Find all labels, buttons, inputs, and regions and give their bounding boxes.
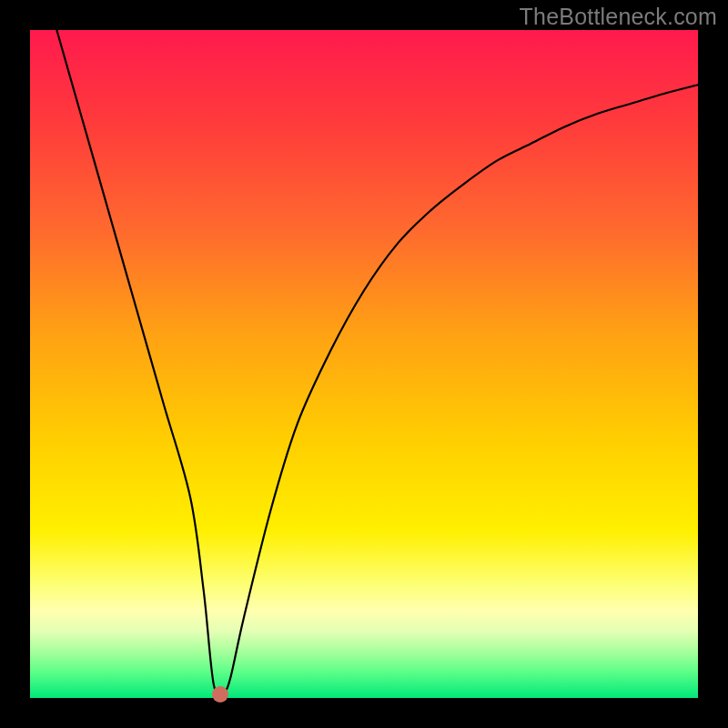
minimum-marker xyxy=(212,686,228,703)
chart-frame: TheBottleneck.com xyxy=(0,0,728,728)
bottleneck-curve xyxy=(30,30,698,698)
plot-area xyxy=(30,30,698,698)
watermark-label: TheBottleneck.com xyxy=(520,4,717,30)
